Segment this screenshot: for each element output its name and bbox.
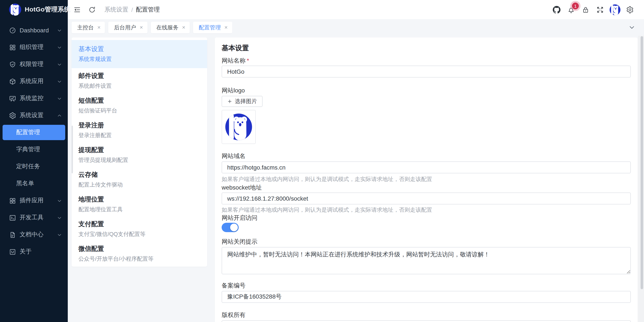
chevron-down-icon [57,62,62,67]
notification-badge: 1 [572,2,579,9]
settings-nav-cloud-storage[interactable]: 云存储 配置上传文件驱动 [72,167,207,192]
org-grid-icon [9,44,16,51]
document-icon [9,231,16,238]
breadcrumb-current: 配置管理 [136,6,160,13]
settings-nav-basic[interactable]: 基本设置 系统常规设置 [72,40,207,68]
about-icon [9,248,16,255]
site-name-label: 网站名称* [222,56,631,65]
refresh-icon[interactable] [88,6,96,13]
notifications-button[interactable]: 1 [564,0,578,19]
icp-input[interactable] [222,291,631,303]
chevron-down-icon [57,232,62,237]
sidebar: HotGo管理系统 Dashboard 组织管理 权限管理 系统应用 [0,0,68,322]
fullscreen-button[interactable] [593,0,607,19]
settings-nav-geo[interactable]: 地理位置 配置地理位置工具 [72,192,207,216]
tab-close-icon[interactable]: ✕ [224,25,228,30]
sidebar-item-blacklist[interactable]: 黑名单 [0,175,68,192]
sidebar-item-org[interactable]: 组织管理 [0,39,68,56]
koala-logo-icon [9,3,21,16]
sidebar-item-permission[interactable]: 权限管理 [0,56,68,73]
site-name-input[interactable] [222,66,631,77]
nav-card-scrollbar[interactable] [72,126,73,173]
gear-icon [626,6,634,13]
sidebar-item-docs[interactable]: 文档中心 [0,226,68,243]
settings-button[interactable] [623,0,637,19]
hotgo-admin-app: HotGo管理系统 Dashboard 组织管理 权限管理 系统应用 [0,0,644,322]
settings-nav-wechat[interactable]: 微信配置 公众号/开放平台/小程序配置等 [72,241,207,266]
tabs-dropdown-icon[interactable] [629,25,634,30]
chevron-down-icon [57,28,62,32]
websocket-input[interactable] [222,193,631,204]
plugin-grid-icon [9,197,16,204]
tab-close-icon[interactable]: ✕ [97,25,101,30]
site-logo-preview[interactable] [222,110,256,144]
sidebar-item-about[interactable]: 关于 [0,243,68,260]
plus-icon [227,99,232,104]
breadcrumb-parent[interactable]: 系统设置 [104,6,128,13]
tab-strip: 主控台 ✕ 后台用户 ✕ 在线服务 ✕ 配置管理 ✕ [68,19,644,36]
dashboard-icon [9,27,16,34]
settings-nav-email[interactable]: 邮件设置 系统邮件设置 [72,68,207,93]
sidebar-item-dictionary[interactable]: 字典管理 [0,141,68,158]
page-scrollbar-thumb[interactable] [640,36,643,289]
copyright-input[interactable] [222,320,631,322]
terminal-icon [9,214,16,221]
site-access-toggle[interactable] [222,223,239,232]
basic-settings-panel: 基本设置 网站名称* 网站logo 选择图片 网站域名 如果客户端通过本地或内网… [215,37,638,322]
app-title: HotGo管理系统 [25,5,70,14]
cube-icon [9,78,16,85]
breadcrumb: 系统设置 / 配置管理 [104,6,160,13]
settings-nav-withdraw[interactable]: 提现配置 管理员提现规则配置 [72,142,207,167]
settings-nav-payment[interactable]: 支付配置 支付宝/微信/QQ支付配置等 [72,216,207,241]
sidebar-item-devtools[interactable]: 开发工具 [0,209,68,226]
settings-nav-sms[interactable]: 短信配置 短信验证码平台 [72,93,207,118]
websocket-label: websocket地址 [222,183,631,192]
site-access-label: 网站开启访问 [222,213,631,222]
tab-online-service[interactable]: 在线服务 ✕ [151,22,190,33]
user-avatar[interactable] [610,4,620,15]
toggle-knob [230,224,238,231]
sidebar-item-monitor[interactable]: 系统监控 [0,90,68,107]
chevron-down-icon [57,45,62,50]
settings-nav-login[interactable]: 登录注册 登录注册配置 [72,118,207,142]
settings-nav-card: 基本设置 系统常规设置 邮件设置 系统邮件设置 短信配置 短信验证码平台 登录注… [72,37,207,267]
icp-label: 备案编号 [222,281,631,290]
chevron-down-icon [57,198,62,203]
github-button[interactable] [550,0,564,19]
fullscreen-icon [596,6,604,13]
chevron-down-icon [57,79,62,84]
sidebar-item-config-management[interactable]: 配置管理 [2,125,65,140]
chevron-up-icon [57,113,62,118]
sidebar-item-dashboard[interactable]: Dashboard [0,22,68,39]
shield-check-icon [9,61,16,68]
collapse-sidebar-icon[interactable] [73,6,81,13]
close-tip-label: 网站关闭提示 [222,237,631,246]
copyright-label: 版权所有 [222,311,631,319]
sidebar-item-plugins[interactable]: 插件应用 [0,192,68,209]
page-scrollbar-track [638,36,644,322]
pick-image-button[interactable]: 选择图片 [222,96,262,107]
domain-helper: 如果客户端通过本地或内网访问，则认为是调试模式，走实际请求地址，否则走该配置 [222,175,631,183]
sidebar-item-apps[interactable]: 系统应用 [0,73,68,90]
top-header: 系统设置 / 配置管理 1 [68,0,644,19]
chevron-down-icon [57,215,62,220]
lock-screen-button[interactable] [578,0,593,19]
chevron-down-icon [57,96,62,101]
app-logo[interactable]: HotGo管理系统 [0,0,68,19]
tab-close-icon[interactable]: ✕ [182,25,186,30]
sidebar-item-cron[interactable]: 定时任务 [0,158,68,175]
domain-input[interactable] [222,161,631,173]
tab-dashboard[interactable]: 主控台 ✕ [72,22,105,33]
monitor-chart-icon [9,95,16,102]
websocket-helper: 如果客户端通过本地或内网访问，则认为是调试模式，走实际请求地址，否则走该配置 [222,206,631,213]
sidebar-item-settings[interactable]: 系统设置 [0,107,68,124]
tab-config-management[interactable]: 配置管理 ✕ [193,22,232,33]
required-mark: * [247,57,249,64]
koala-logo-image [225,113,252,141]
site-logo-label: 网站logo [222,86,631,95]
tab-admin-users[interactable]: 后台用户 ✕ [108,22,148,33]
sidebar-menu: Dashboard 组织管理 权限管理 系统应用 系统监控 [0,19,68,260]
close-tip-textarea[interactable]: 网站维护中，暂时无法访问！本网站正在进行系统维护和技术升级，网站暂时无法访问，敬… [222,247,631,274]
content-area: 基本设置 系统常规设置 邮件设置 系统邮件设置 短信配置 短信验证码平台 登录注… [68,36,644,322]
tab-close-icon[interactable]: ✕ [140,25,143,30]
